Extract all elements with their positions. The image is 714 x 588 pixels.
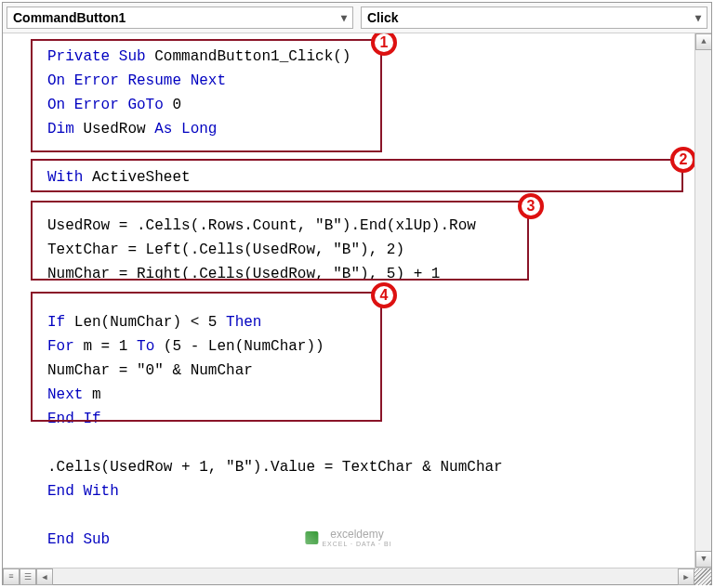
dropdown-bar: CommandButton1 ▾ Click ▾ xyxy=(3,3,711,33)
watermark-logo-icon xyxy=(305,531,318,544)
scroll-down-icon[interactable]: ▼ xyxy=(695,551,711,568)
badge-3: 3 xyxy=(518,193,544,219)
object-value: CommandButton1 xyxy=(13,10,126,25)
code-content[interactable]: Private Sub CommandButton1_Click() On Er… xyxy=(3,33,694,568)
object-dropdown[interactable]: CommandButton1 ▾ xyxy=(7,7,353,29)
event-dropdown[interactable]: Click ▾ xyxy=(361,7,707,29)
vertical-scrollbar[interactable]: ▲ ▼ xyxy=(694,33,711,568)
scroll-right-icon[interactable]: ▶ xyxy=(678,568,694,585)
watermark: exceldemy EXCEL · DATA · BI xyxy=(305,528,391,547)
full-module-view-icon[interactable]: ☰ xyxy=(20,568,36,585)
vba-editor-window: CommandButton1 ▾ Click ▾ Private Sub Com… xyxy=(2,2,712,585)
watermark-tag: EXCEL · DATA · BI xyxy=(322,541,391,547)
scroll-up-icon[interactable]: ▲ xyxy=(695,33,711,50)
watermark-name: exceldemy xyxy=(330,528,383,541)
procedure-view-icon[interactable]: ≡ xyxy=(3,568,20,585)
code-block: Private Sub CommandButton1_Click() On Er… xyxy=(47,45,683,552)
scroll-track[interactable] xyxy=(53,568,678,584)
event-value: Click xyxy=(367,10,398,25)
resize-grip-icon[interactable] xyxy=(694,568,711,585)
chevron-down-icon: ▾ xyxy=(341,11,347,24)
badge-2: 2 xyxy=(670,147,694,173)
chevron-down-icon: ▾ xyxy=(695,11,701,24)
horizontal-scrollbar[interactable]: ≡ ☰ ◀ ▶ xyxy=(3,568,711,584)
scroll-track[interactable] xyxy=(695,50,711,551)
badge-4: 4 xyxy=(371,282,397,308)
scroll-left-icon[interactable]: ◀ xyxy=(36,568,53,585)
code-area: Private Sub CommandButton1_Click() On Er… xyxy=(3,33,711,568)
